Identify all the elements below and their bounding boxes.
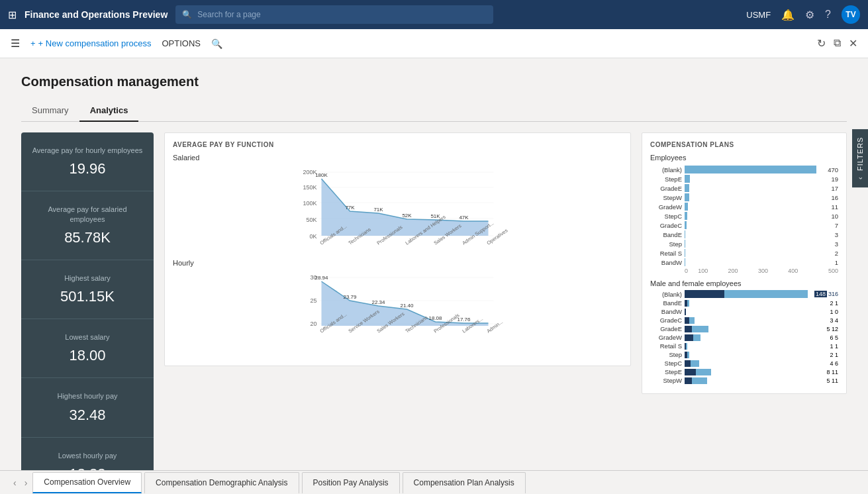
bottom-tab-comp-overview[interactable]: Compensation Overview	[32, 472, 142, 493]
bar-blank: (Blank) 470	[650, 166, 838, 173]
svg-text:50K: 50K	[306, 217, 316, 223]
page-content: Compensation management Summary Analytic…	[0, 58, 868, 494]
search-bar[interactable]: 🔍	[175, 5, 493, 24]
avatar[interactable]: TV	[842, 5, 860, 24]
bar-stepc: StepC 10	[650, 212, 838, 220]
filters-label: FILTERS	[856, 137, 864, 171]
stat-highest-hourly-value: 32.48	[32, 407, 143, 424]
bar-stepe: StepE 19	[650, 175, 838, 183]
stats-panel: Average pay for hourly employees 19.96 A…	[21, 132, 154, 494]
prev-tab-arrow[interactable]: ‹	[11, 477, 19, 488]
refresh-icon[interactable]: ↻	[817, 37, 826, 50]
avg-pay-chart-title: AVERAGE PAY BY FUNCTION	[173, 141, 622, 148]
avg-pay-chart-card: AVERAGE PAY BY FUNCTION Salaried 200K 15…	[164, 132, 631, 366]
hourly-label: Hourly	[173, 259, 622, 267]
chevron-left-icon: ‹	[856, 176, 864, 179]
stat-highest-hourly: Highest hourly pay 32.48	[21, 378, 154, 437]
tab-analytics[interactable]: Analytics	[79, 100, 139, 122]
search-input[interactable]	[197, 10, 487, 19]
bottom-tab-position-pay[interactable]: Position Pay Analysis	[302, 472, 400, 493]
right-panel: COMPENSATION PLANS Employees (Blank) 470…	[642, 132, 847, 394]
next-tab-arrow[interactable]: ›	[22, 477, 30, 488]
svg-text:100K: 100K	[303, 200, 316, 207]
svg-text:22.34: 22.34	[371, 299, 385, 305]
gender-bar-retails: Retail S 1 1	[650, 342, 838, 350]
stat-highest-hourly-label: Highest hourly pay	[32, 391, 143, 401]
stat-avg-hourly: Average pay for hourly employees 19.96	[21, 132, 154, 191]
comp-plans-card: COMPENSATION PLANS Employees (Blank) 470…	[642, 132, 847, 394]
stat-lowest-salary-label: Lowest salary	[32, 332, 143, 342]
svg-text:77K: 77K	[345, 205, 355, 211]
svg-text:Operatives: Operatives	[485, 227, 508, 246]
gender-bar-bande: BandE 2 1	[650, 299, 838, 307]
employees-label: Employees	[650, 154, 838, 162]
gender-bar-blank: (Blank) 148 316	[650, 290, 838, 298]
org-label: USMF	[746, 10, 771, 20]
svg-text:18.08: 18.08	[428, 315, 442, 321]
svg-text:25: 25	[310, 297, 316, 304]
bar-gradec: GradeC 7	[650, 221, 838, 229]
hourly-chart: 30 25 20 28.94	[173, 270, 622, 356]
tab-bar: Summary Analytics	[21, 100, 847, 122]
svg-text:Admin...: Admin...	[485, 319, 504, 334]
svg-text:47K: 47K	[459, 215, 469, 221]
tab-summary[interactable]: Summary	[21, 100, 79, 122]
stat-avg-salaried-value: 85.78K	[32, 229, 143, 246]
stat-avg-salaried: Average pay for salaried employees 85.78…	[21, 191, 154, 260]
bottom-tab-comp-plan[interactable]: Compensation Plan Analysis	[403, 472, 526, 493]
stat-lowest-salary-value: 18.00	[32, 347, 143, 364]
svg-text:150K: 150K	[303, 184, 316, 191]
nav-right: USMF 🔔 ⚙ ? TV	[746, 5, 860, 24]
gender-bar-bandw: BandW 1 0	[650, 308, 838, 315]
gear-icon[interactable]: ⚙	[805, 9, 814, 21]
stat-lowest-hourly-label: Lowest hourly pay	[32, 451, 143, 460]
close-icon[interactable]: ✕	[849, 37, 857, 50]
stat-highest-salary-label: Highest salary	[32, 273, 143, 283]
employees-bar-chart: (Blank) 470 StepE 19 Grade	[650, 166, 838, 274]
svg-text:0K: 0K	[309, 233, 316, 240]
stat-avg-hourly-value: 19.96	[32, 160, 143, 177]
app-title: Finance and Operations Preview	[24, 9, 168, 20]
toolbar: ☰ + + New compensation process OPTIONS 🔍…	[0, 29, 868, 58]
content-area: Average pay for hourly employees 19.96 A…	[21, 132, 847, 494]
search-icon: 🔍	[182, 10, 192, 19]
bar-bande: BandE 3	[650, 230, 838, 238]
salaried-label: Salaried	[173, 154, 622, 162]
bar-bandw: BandW 1	[650, 258, 838, 266]
bell-icon[interactable]: 🔔	[781, 9, 795, 21]
hamburger-icon[interactable]: ☰	[11, 37, 20, 50]
gender-bar-stepw: StepW 5 11	[650, 377, 838, 384]
gender-bar-step: Step 2 1	[650, 351, 838, 358]
charts-area: AVERAGE PAY BY FUNCTION Salaried 200K 15…	[164, 132, 631, 366]
options-button[interactable]: OPTIONS	[162, 38, 201, 48]
svg-text:23.79: 23.79	[343, 294, 357, 300]
grid-icon[interactable]: ⊞	[8, 9, 17, 21]
toolbar-search-icon[interactable]: 🔍	[211, 38, 222, 49]
svg-text:71K: 71K	[373, 207, 383, 213]
gender-bar-gradec: GradeC 3 4	[650, 317, 838, 324]
svg-text:21.40: 21.40	[400, 303, 414, 309]
stat-avg-hourly-label: Average pay for hourly employees	[32, 146, 143, 155]
stat-highest-salary-value: 501.15K	[32, 288, 143, 305]
bottom-tab-demographic[interactable]: Compensation Demographic Analysis	[144, 472, 299, 493]
comp-plans-title: COMPENSATION PLANS	[650, 141, 838, 148]
gender-bar-stepc: StepC 4 6	[650, 360, 838, 367]
stat-avg-salaried-label: Average pay for salaried employees	[32, 205, 143, 224]
toolbar-right-actions: ↻ ⧉ ✕	[817, 37, 857, 50]
filters-panel[interactable]: ‹ FILTERS	[852, 129, 868, 187]
bottom-tabs: ‹ › Compensation Overview Compensation D…	[0, 470, 868, 494]
gender-label: Male and female employees	[650, 279, 838, 287]
gender-bar-stepe: StepE 8 11	[650, 368, 838, 375]
salaried-chart: 200K 150K 100K 50K 0K	[173, 164, 622, 257]
stat-lowest-salary: Lowest salary 18.00	[21, 319, 154, 378]
svg-text:28.94: 28.94	[314, 275, 328, 281]
stat-highest-salary: Highest salary 501.15K	[21, 260, 154, 319]
help-icon[interactable]: ?	[825, 9, 831, 21]
popout-icon[interactable]: ⧉	[834, 37, 841, 50]
svg-text:52K: 52K	[402, 213, 412, 219]
axis-ticks: 0 100 200 300 400 500	[685, 268, 838, 274]
bar-retails: Retail S 2	[650, 249, 838, 257]
bar-step: Step 3	[650, 240, 838, 248]
new-compensation-button[interactable]: + + New compensation process	[30, 38, 152, 48]
plus-icon: +	[30, 38, 36, 48]
